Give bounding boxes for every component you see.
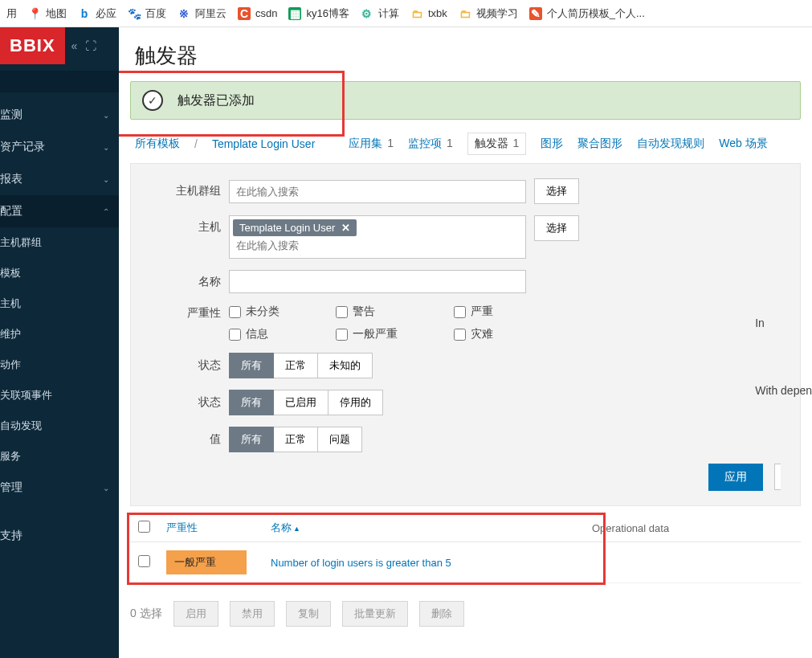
sort-asc-icon: ▲ — [293, 525, 300, 533]
breadcrumb-all-templates[interactable]: 所有模板 — [135, 137, 180, 151]
severity-info[interactable]: 信息 — [229, 327, 280, 341]
trigger-name-link[interactable]: Number of login users is greater than 5 — [271, 557, 451, 569]
bookmark-label: 视频学习 — [476, 6, 518, 21]
severity-high[interactable]: 严重 — [454, 304, 493, 319]
status1-unknown[interactable]: 未知的 — [318, 353, 373, 378]
status2-all[interactable]: 所有 — [229, 390, 274, 415]
sidebar-subitem-maintenance[interactable]: 维护 — [0, 319, 119, 349]
tab-web[interactable]: Web 场景 — [719, 137, 767, 151]
status2-disabled[interactable]: 停用的 — [328, 390, 383, 415]
breadcrumb-template-name[interactable]: Template Login User — [212, 137, 315, 150]
severity-warning[interactable]: 警告 — [336, 304, 398, 319]
sidebar-item-label: 报表 — [0, 172, 22, 186]
bookmark-item-csdn[interactable]: C csdn — [238, 7, 277, 20]
sidebar-item-label: 监测 — [0, 108, 22, 122]
sidebar-subitem-templates[interactable]: 模板 — [0, 258, 119, 288]
remove-tag-icon[interactable]: ✕ — [341, 222, 350, 234]
delete-button[interactable]: 删除 — [419, 601, 464, 627]
bookmark-item-baidu[interactable]: 🐾 百度 — [128, 6, 166, 21]
host-input[interactable] — [233, 236, 522, 255]
bookmark-label: 个人简历模板_个人... — [547, 6, 645, 21]
sidebar-item-support[interactable]: 支持 — [0, 520, 119, 552]
sidebar-subitem-hosts[interactable]: 主机 — [0, 288, 119, 319]
sidebar-item-administration[interactable]: 管理 ⌄ — [0, 472, 119, 504]
host-group-label: 主机群组 — [150, 184, 221, 198]
reset-button-partial[interactable] — [774, 464, 781, 490]
host-tag-box[interactable]: Template Login User ✕ — [229, 215, 526, 259]
sidebar-subitem-discovery[interactable]: 自动发现 — [0, 411, 119, 441]
check-icon: ✓ — [142, 90, 163, 111]
success-message: ✓ 触发器已添加 — [130, 81, 801, 120]
bookmark-item-resume[interactable]: ✎ 个人简历模板_个人... — [529, 6, 645, 21]
collapse-icon[interactable]: « — [71, 39, 78, 52]
bookmark-label: 阿里云 — [195, 6, 226, 21]
value-ok[interactable]: 正常 — [274, 427, 318, 452]
tab-triggers[interactable]: 触发器 1 — [467, 133, 527, 155]
status1-ok[interactable]: 正常 — [274, 353, 318, 378]
host-select-button[interactable]: 选择 — [534, 215, 579, 241]
bookmark-label: csdn — [255, 7, 277, 19]
page-title: 触发器 — [119, 27, 812, 81]
severity-disaster[interactable]: 灾难 — [454, 327, 493, 341]
tab-screens[interactable]: 聚合图形 — [577, 137, 622, 151]
sidebar-subitem-hostgroups[interactable]: 主机群组 — [0, 227, 119, 258]
tab-graphs[interactable]: 图形 — [541, 137, 563, 151]
enable-button[interactable]: 启用 — [173, 601, 218, 627]
sheets-icon: ▦ — [288, 7, 301, 20]
host-group-select-button[interactable]: 选择 — [534, 178, 579, 204]
row-checkbox[interactable] — [138, 555, 150, 567]
status2-group: 所有 已启用 停用的 — [229, 390, 383, 415]
severity-average[interactable]: 一般严重 — [336, 327, 398, 341]
app-logo[interactable]: BBIX — [0, 27, 65, 64]
header-severity[interactable]: 严重性 — [166, 521, 198, 533]
sidebar-item-configuration[interactable]: 配置 ⌃ — [0, 195, 119, 227]
fullscreen-icon[interactable]: ⛶ — [85, 39, 96, 52]
bookmark-item-calc[interactable]: ⚙ 计算 — [361, 6, 399, 21]
name-input[interactable] — [229, 270, 526, 293]
gear-icon: ⚙ — [361, 7, 373, 20]
sidebar-item-reports[interactable]: 报表 ⌄ — [0, 163, 119, 195]
folder-icon: 🗀 — [459, 7, 471, 20]
sidebar-subitem-actions[interactable]: 动作 — [0, 349, 119, 380]
main-content: 触发器 ✓ 触发器已添加 所有模板 / Template Login User … — [119, 27, 812, 658]
tab-applications[interactable]: 应用集 1 — [349, 137, 394, 151]
status2-enabled[interactable]: 已启用 — [274, 390, 328, 415]
sidebar-item-inventory[interactable]: 资产记录 ⌄ — [0, 131, 119, 163]
tab-discovery[interactable]: 自动发现规则 — [637, 137, 704, 151]
bookmark-item-ky16[interactable]: ▦ ky16博客 — [288, 6, 349, 21]
value-problem[interactable]: 问题 — [318, 427, 362, 452]
sidebar-subitem-services[interactable]: 服务 — [0, 441, 119, 472]
with-deps-label-partial: With depen — [755, 384, 812, 397]
csdn-icon: C — [238, 7, 251, 20]
sidebar-subitem-correlation[interactable]: 关联项事件 — [0, 380, 119, 411]
bookmark-label: txbk — [428, 7, 447, 19]
status1-label: 状态 — [150, 358, 221, 373]
bookmark-item-bing[interactable]: b 必应 — [78, 6, 116, 21]
header-name[interactable]: 名称▲ — [271, 521, 300, 533]
copy-button[interactable]: 复制 — [286, 601, 331, 627]
severity-unclassified[interactable]: 未分类 — [229, 304, 280, 319]
bookmark-label: 用 — [6, 6, 17, 21]
bookmark-item[interactable]: 用 — [6, 6, 17, 21]
bookmark-item-video[interactable]: 🗀 视频学习 — [459, 6, 518, 21]
side-filter-labels: In x With depen — [755, 317, 812, 397]
chevron-down-icon: ⌄ — [103, 111, 109, 120]
host-tag-chip: Template Login User ✕ — [233, 219, 357, 236]
baidu-icon: 🐾 — [128, 7, 141, 20]
sidebar-item-monitoring[interactable]: 监测 ⌄ — [0, 99, 119, 131]
status1-group: 所有 正常 未知的 — [229, 353, 373, 378]
status1-all[interactable]: 所有 — [229, 353, 274, 378]
bookmark-item-maps[interactable]: 📍 地图 — [28, 6, 67, 21]
select-all-checkbox[interactable] — [138, 521, 150, 533]
bookmark-item-txbk[interactable]: 🗀 txbk — [410, 7, 447, 20]
tab-items[interactable]: 监控项 1 — [408, 137, 453, 151]
value-all[interactable]: 所有 — [229, 427, 274, 452]
bookmark-label: 地图 — [46, 6, 67, 21]
bookmark-item-aliyun[interactable]: ※ 阿里云 — [177, 6, 226, 21]
disable-button[interactable]: 禁用 — [230, 601, 275, 627]
mass-update-button[interactable]: 批量更新 — [342, 601, 408, 627]
name-label: 名称 — [150, 275, 221, 289]
apply-button[interactable]: 应用 — [708, 464, 763, 491]
results-table: 严重性 名称▲ Operational data 一般严重 Number of … — [130, 514, 801, 583]
host-group-input[interactable] — [229, 180, 526, 203]
